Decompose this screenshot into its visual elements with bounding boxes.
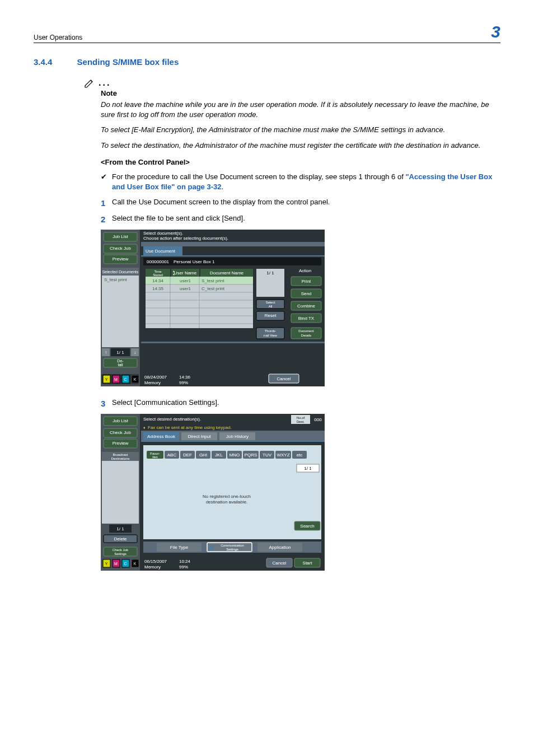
svg-text:Start: Start bbox=[303, 561, 313, 566]
svg-text:Settings: Settings bbox=[226, 548, 238, 551]
svg-text:↑: ↑ bbox=[105, 350, 107, 355]
svg-text:PQRS: PQRS bbox=[245, 452, 257, 458]
svg-text:Check Job: Check Job bbox=[113, 548, 129, 552]
svg-text:Fax can be sent at any time us: Fax can be sent at any time using keypad… bbox=[148, 425, 232, 430]
svg-text:Memory: Memory bbox=[144, 564, 161, 570]
step-number: 2 bbox=[101, 213, 112, 225]
note-p1: Do not leave the machine while you are i… bbox=[101, 100, 500, 119]
svg-text:ites: ites bbox=[152, 455, 157, 459]
pencil-icon bbox=[84, 78, 96, 88]
note-p3: To select the destination, the Administr… bbox=[101, 141, 500, 151]
svg-text:Print: Print bbox=[302, 279, 311, 284]
svg-text:Reset: Reset bbox=[265, 313, 277, 318]
section-title: Sending S/MIME box files bbox=[77, 57, 179, 67]
svg-text:Direct Input: Direct Input bbox=[188, 434, 212, 439]
svg-text:Personal User Box 1: Personal User Box 1 bbox=[174, 259, 215, 264]
svg-text:user1: user1 bbox=[180, 278, 191, 283]
svg-text:14:36: 14:36 bbox=[179, 375, 191, 380]
step-text: Select the file to be sent and click [Se… bbox=[112, 213, 245, 223]
bullet-text-post: . bbox=[221, 183, 223, 191]
bullet-text-pre: For the procedure to call the Use Docume… bbox=[112, 172, 405, 181]
svg-text:Settings: Settings bbox=[114, 552, 127, 556]
svg-rect-106 bbox=[102, 461, 139, 524]
step-number: 3 bbox=[101, 398, 112, 409]
svg-text:Check Job: Check Job bbox=[110, 246, 131, 251]
step-text: Select [Communication Settings]. bbox=[112, 398, 219, 408]
svg-text:Job List: Job List bbox=[113, 234, 128, 239]
svg-text:Action: Action bbox=[299, 268, 311, 273]
svg-text:Select desired destination(s).: Select desired destination(s). bbox=[143, 417, 201, 422]
svg-text:Use Document: Use Document bbox=[146, 249, 176, 254]
svg-text:Application: Application bbox=[269, 545, 291, 550]
svg-text:De-: De- bbox=[117, 359, 124, 363]
step-3: 3 Select [Communication Settings]. bbox=[101, 398, 500, 409]
svg-text:Address Book: Address Book bbox=[147, 434, 176, 439]
svg-text:Select document(s).: Select document(s). bbox=[143, 231, 183, 236]
svg-text:Choose action after selecting : Choose action after selecting document(s… bbox=[143, 236, 228, 241]
svg-text:000000001: 000000001 bbox=[147, 259, 170, 264]
svg-text:destination available.: destination available. bbox=[206, 500, 248, 505]
svg-text:nail View: nail View bbox=[264, 334, 278, 337]
svg-text:Broadcast: Broadcast bbox=[113, 453, 128, 456]
svg-text:Details: Details bbox=[301, 334, 311, 337]
subhead-control-panel: <From the Control Panel> bbox=[101, 158, 500, 166]
svg-rect-10 bbox=[102, 276, 139, 347]
svg-text:WXYZ: WXYZ bbox=[277, 452, 289, 458]
svg-text:Destinations: Destinations bbox=[111, 457, 129, 460]
svg-text:DEF: DEF bbox=[183, 452, 192, 458]
svg-rect-33 bbox=[141, 242, 325, 246]
svg-text:1/  1: 1/ 1 bbox=[304, 466, 312, 471]
ellipsis-icon: ... bbox=[99, 78, 111, 88]
svg-text:1/  1: 1/ 1 bbox=[116, 350, 124, 355]
svg-text:user1: user1 bbox=[180, 286, 191, 291]
svg-text:C_test print: C_test print bbox=[202, 286, 225, 291]
svg-text:08/24/2007: 08/24/2007 bbox=[144, 375, 167, 380]
svg-text:Selected Documents: Selected Documents bbox=[102, 270, 139, 274]
svg-text:Y: Y bbox=[105, 377, 108, 381]
svg-rect-37 bbox=[143, 258, 321, 265]
svg-text:Send: Send bbox=[301, 291, 312, 296]
running-head-text: User Operations bbox=[34, 34, 82, 41]
svg-rect-36 bbox=[141, 255, 325, 256]
svg-text:14:35: 14:35 bbox=[152, 286, 164, 291]
svg-text:ABC: ABC bbox=[167, 452, 177, 458]
svg-text:Y: Y bbox=[105, 562, 108, 566]
svg-text:Communication: Communication bbox=[221, 544, 244, 547]
svg-text:Stored: Stored bbox=[153, 273, 163, 277]
svg-text:etc: etc bbox=[297, 452, 303, 458]
svg-text:99%: 99% bbox=[179, 380, 188, 385]
note-block: ... Note Do not leave the machine while … bbox=[101, 78, 500, 225]
svg-text:Thumb-: Thumb- bbox=[265, 329, 277, 333]
svg-text:♦: ♦ bbox=[143, 426, 146, 430]
svg-text:No.of: No.of bbox=[297, 416, 305, 419]
note-p2: To select [E-Mail Encryption], the Admin… bbox=[101, 125, 500, 135]
svg-text:Bind TX: Bind TX bbox=[298, 316, 315, 321]
svg-text:User Name: User Name bbox=[174, 270, 197, 276]
procedure-bullet: ✔ For the procedure to call the Use Docu… bbox=[101, 172, 500, 192]
svg-text:No registered one-touch: No registered one-touch bbox=[203, 494, 251, 499]
svg-text:Cancel: Cancel bbox=[273, 561, 287, 566]
svg-text:GHI: GHI bbox=[199, 452, 207, 458]
svg-rect-137 bbox=[141, 441, 325, 442]
svg-text:Preview: Preview bbox=[113, 441, 129, 446]
check-icon: ✔ bbox=[101, 172, 112, 182]
svg-text:06/15/2007: 06/15/2007 bbox=[144, 559, 167, 564]
svg-text:1/  1: 1/ 1 bbox=[266, 270, 274, 276]
svg-text:S_test print: S_test print bbox=[104, 277, 127, 282]
svg-text:99%: 99% bbox=[179, 564, 188, 570]
svg-text:TUV: TUV bbox=[263, 452, 272, 458]
svg-text:Cancel: Cancel bbox=[277, 376, 291, 381]
svg-text:Preview: Preview bbox=[113, 256, 129, 262]
svg-text:Select: Select bbox=[266, 301, 275, 304]
screenshot-use-document: Job List Check Job Preview Selected Docu… bbox=[101, 230, 500, 386]
svg-text:Combine: Combine bbox=[297, 304, 316, 309]
section-heading: 3.4.4 Sending S/MIME box files bbox=[34, 57, 500, 67]
note-label: Note bbox=[101, 89, 500, 97]
svg-text:Check Job: Check Job bbox=[110, 430, 131, 435]
step-text: Call the Use Document screen to the disp… bbox=[112, 197, 330, 207]
svg-text:Search: Search bbox=[300, 524, 314, 529]
svg-text:Memory: Memory bbox=[144, 380, 161, 385]
svg-text:S_test print: S_test print bbox=[202, 278, 224, 283]
svg-text:M: M bbox=[114, 377, 118, 381]
svg-text:M: M bbox=[114, 562, 118, 566]
